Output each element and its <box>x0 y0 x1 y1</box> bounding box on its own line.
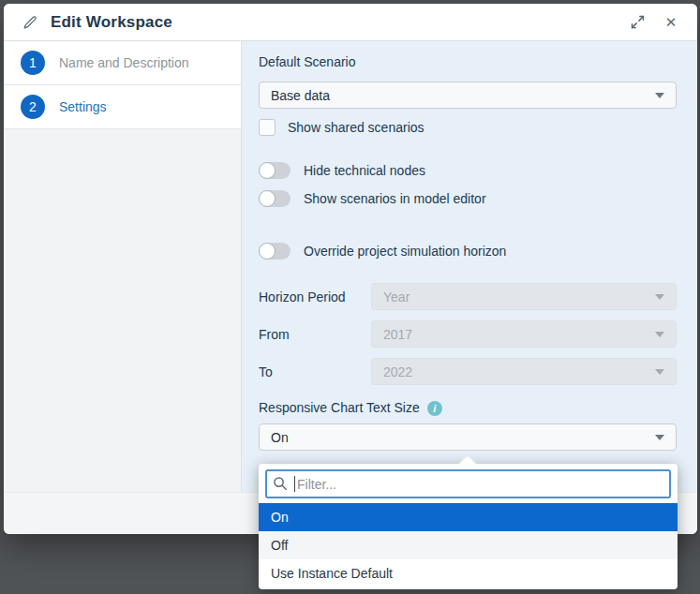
settings-panel: Default Scenario Base data Show shared s… <box>242 41 697 492</box>
step-label: Name and Description <box>59 55 189 70</box>
default-scenario-label: Default Scenario <box>259 54 677 70</box>
override-horizon-row[interactable]: Override project simulation horizon <box>259 242 677 260</box>
show-shared-scenarios-row[interactable]: Show shared scenarios <box>259 118 677 137</box>
dialog-header: Edit Workspace ✕ <box>4 4 697 41</box>
expand-icon[interactable] <box>626 11 648 34</box>
edit-workspace-dialog: Edit Workspace ✕ <box>4 4 697 534</box>
chevron-down-icon <box>655 369 664 375</box>
override-horizon-toggle[interactable] <box>259 243 290 260</box>
sidebar-item-name-and-description[interactable]: 1 Name and Description <box>4 41 241 85</box>
from-value: 2017 <box>383 327 655 342</box>
dropdown-option-on[interactable]: On <box>259 503 678 531</box>
chevron-down-icon <box>655 93 664 98</box>
hide-technical-nodes-label: Hide technical nodes <box>304 163 425 178</box>
toggle-knob <box>259 190 276 207</box>
horizon-period-label: Horizon Period <box>259 290 371 304</box>
step-number-badge: 2 <box>21 95 45 119</box>
show-shared-scenarios-label: Show shared scenarios <box>288 120 424 135</box>
to-select: 2022 <box>371 358 677 385</box>
filter-input[interactable] <box>265 469 671 498</box>
steps-sidebar: 1 Name and Description 2 Settings <box>4 41 242 492</box>
text-cursor <box>294 476 295 492</box>
pencil-icon <box>19 11 41 34</box>
horizon-period-row: Horizon Period Year <box>259 283 677 310</box>
show-scenarios-model-editor-label: Show scenarios in model editor <box>304 191 486 206</box>
responsive-chart-dropdown-popup: On Off Use Instance Default <box>259 464 678 589</box>
responsive-chart-label: Responsive Chart Text Size <box>259 400 420 416</box>
dropdown-option-use-instance-default[interactable]: Use Instance Default <box>259 559 678 587</box>
from-select: 2017 <box>371 320 677 348</box>
horizon-period-value: Year <box>383 290 655 304</box>
hide-technical-nodes-toggle[interactable] <box>259 162 290 179</box>
show-scenarios-model-editor-row[interactable]: Show scenarios in model editor <box>259 189 677 208</box>
close-icon[interactable]: ✕ <box>660 11 682 34</box>
dialog-title: Edit Workspace <box>51 13 172 32</box>
toggle-knob <box>259 162 276 179</box>
responsive-chart-value: On <box>271 430 655 445</box>
responsive-chart-label-row: Responsive Chart Text Size i <box>259 400 677 416</box>
sidebar-item-settings[interactable]: 2 Settings <box>4 85 241 129</box>
dialog-body: 1 Name and Description 2 Settings Defaul… <box>4 41 697 492</box>
chevron-down-icon <box>655 435 664 440</box>
default-scenario-value: Base data <box>271 88 655 103</box>
show-scenarios-model-editor-toggle[interactable] <box>259 190 290 207</box>
dropdown-option-off[interactable]: Off <box>259 531 678 559</box>
hide-technical-nodes-row[interactable]: Hide technical nodes <box>259 161 677 180</box>
step-label: Settings <box>59 99 107 114</box>
horizon-period-select: Year <box>371 283 677 310</box>
page-background: Edit Workspace ✕ <box>0 0 700 594</box>
chevron-down-icon <box>655 332 664 337</box>
search-icon <box>273 476 288 495</box>
from-label: From <box>259 327 371 342</box>
step-number-badge: 1 <box>21 51 45 75</box>
dropdown-filter-wrap <box>259 464 678 503</box>
default-scenario-select[interactable]: Base data <box>259 82 677 109</box>
override-horizon-label: Override project simulation horizon <box>304 244 506 259</box>
chevron-down-icon <box>655 294 664 300</box>
from-row: From 2017 <box>259 320 677 348</box>
show-shared-scenarios-checkbox[interactable] <box>259 119 276 136</box>
info-icon[interactable]: i <box>427 401 442 416</box>
to-value: 2022 <box>383 364 655 379</box>
to-row: To 2022 <box>259 358 677 385</box>
to-label: To <box>259 364 371 379</box>
toggle-knob <box>259 243 276 260</box>
responsive-chart-select[interactable]: On <box>259 423 677 451</box>
